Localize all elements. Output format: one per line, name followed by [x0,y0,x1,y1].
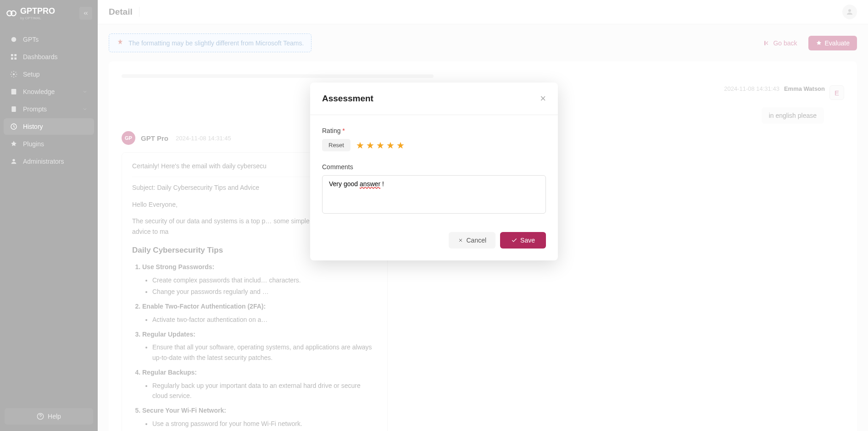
star-rating: ★ ★ ★ ★ ★ [356,140,405,151]
cancel-button[interactable]: Cancel [449,232,495,249]
star-1[interactable]: ★ [356,140,364,151]
modal-title: Assessment [322,94,373,104]
star-2[interactable]: ★ [366,140,374,151]
reset-button[interactable]: Reset [322,139,351,151]
cancel-label: Cancel [466,237,486,244]
assessment-modal: Assessment × Rating * Reset ★ ★ ★ ★ ★ Co… [310,83,558,260]
rating-row: Reset ★ ★ ★ ★ ★ [322,139,546,151]
modal-overlay[interactable]: Assessment × Rating * Reset ★ ★ ★ ★ ★ Co… [0,0,868,431]
rating-label: Rating * [322,127,546,134]
close-icon: × [540,93,546,104]
x-icon [458,238,463,243]
star-3[interactable]: ★ [376,140,384,151]
check-icon [511,237,517,243]
comments-label: Comments [322,163,546,171]
modal-close-button[interactable]: × [540,93,546,105]
star-4[interactable]: ★ [386,140,395,151]
save-button[interactable]: Save [500,232,546,249]
save-label: Save [520,237,535,244]
required-mark: * [342,127,345,134]
star-5[interactable]: ★ [396,140,405,151]
modal-header: Assessment × [310,83,558,115]
modal-footer: Cancel Save [310,226,558,260]
comments-input[interactable]: Very good answer ! [322,175,546,214]
modal-body: Rating * Reset ★ ★ ★ ★ ★ Comments Very g… [310,115,558,226]
